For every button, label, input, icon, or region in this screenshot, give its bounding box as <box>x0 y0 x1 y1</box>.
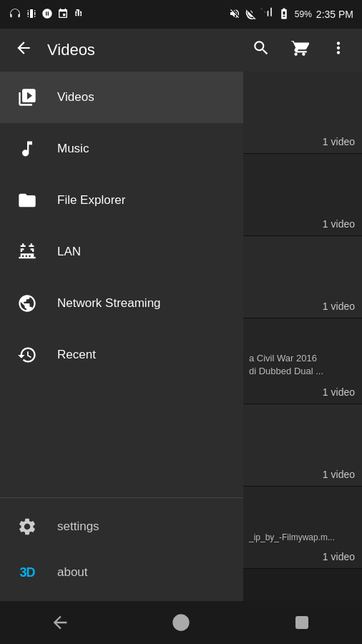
time-display: 2:35 PM <box>316 9 353 20</box>
status-left-icons <box>9 7 84 22</box>
vibrate-icon <box>26 8 37 21</box>
sidebar-item-recent[interactable]: Recent <box>0 329 243 381</box>
sidebar-label-file-explorer: File Explorer <box>57 193 125 208</box>
folder-icon <box>14 187 40 213</box>
sidebar-item-videos[interactable]: Videos <box>0 72 243 123</box>
usb-icon <box>73 8 84 21</box>
video-folder-2[interactable]: 1 video <box>243 154 362 236</box>
video-folder-1[interactable]: 1 video <box>243 72 362 154</box>
top-bar-actions <box>249 36 351 64</box>
mute-icon <box>229 8 240 21</box>
video-folder-6[interactable]: _ip_by_-Filmywap.m... 1 video <box>243 487 362 569</box>
sidebar-item-music[interactable]: Music <box>0 123 243 175</box>
app-icon-1 <box>41 8 53 21</box>
video-count-3: 1 video <box>323 301 355 312</box>
video-folder-5[interactable]: 1 video <box>243 404 362 487</box>
battery-icon <box>278 7 290 21</box>
battery-percent: 59% <box>295 9 312 19</box>
video-count-5: 1 video <box>323 469 355 480</box>
status-right-icons: 59% 2:35 PM <box>229 7 353 22</box>
top-bar: Videos <box>0 29 362 72</box>
search-button[interactable] <box>249 36 273 64</box>
status-bar: 59% 2:35 PM <box>0 0 362 29</box>
settings-label: settings <box>57 519 99 534</box>
music-icon <box>14 136 40 162</box>
sidebar-item-file-explorer[interactable]: File Explorer <box>0 175 243 226</box>
video-folder-3[interactable]: 1 video <box>243 236 362 318</box>
no-data-icon <box>245 8 256 21</box>
main-container: Videos Music File Explorer <box>0 72 362 601</box>
settings-item[interactable]: settings <box>0 504 243 550</box>
nav-back-button[interactable] <box>0 601 121 644</box>
content-area: 1 video 1 video 1 video a Civil War 2016… <box>243 72 362 601</box>
headphones-icon <box>9 7 21 22</box>
signal-icon <box>260 7 273 22</box>
recent-icon <box>14 342 40 368</box>
navigation-drawer: Videos Music File Explorer <box>0 72 243 601</box>
lan-icon <box>14 239 40 265</box>
video-count-2: 1 video <box>323 218 355 230</box>
sidebar-item-lan[interactable]: LAN <box>0 226 243 278</box>
filmywap-text: _ip_by_-Filmywap.m... <box>249 532 335 542</box>
back-button[interactable] <box>11 36 36 64</box>
video-count-1: 1 video <box>323 136 355 147</box>
settings-icon <box>14 514 40 540</box>
nav-home-button[interactable] <box>121 601 242 644</box>
video-icon <box>14 84 40 110</box>
drawer-bottom: settings 3D about <box>0 497 243 601</box>
drawer-nav-items: Videos Music File Explorer <box>0 72 243 497</box>
about-label: about <box>57 565 88 580</box>
video-folder-civil-war[interactable]: a Civil War 2016 di Dubbed Dual ... 1 vi… <box>243 318 362 404</box>
network-streaming-icon <box>14 291 40 316</box>
nav-recents-button[interactable] <box>241 601 362 644</box>
sidebar-label-lan: LAN <box>57 245 81 259</box>
about-item[interactable]: 3D about <box>0 550 243 595</box>
app-icon-2 <box>57 8 69 21</box>
sidebar-label-recent: Recent <box>57 348 96 362</box>
cart-button[interactable] <box>288 36 312 64</box>
video-count-6: 1 video <box>323 551 355 562</box>
more-options-button[interactable] <box>326 36 351 64</box>
page-title: Videos <box>47 41 238 59</box>
bottom-navigation <box>0 601 362 644</box>
svg-rect-1 <box>296 617 308 628</box>
sidebar-label-videos: Videos <box>57 90 94 104</box>
sidebar-item-network-streaming[interactable]: Network Streaming <box>0 278 243 329</box>
sidebar-label-music: Music <box>57 142 89 156</box>
sidebar-label-network-streaming: Network Streaming <box>57 296 161 311</box>
civil-war-title: a Civil War 2016 di Dubbed Dual ... <box>249 352 356 378</box>
svg-point-0 <box>174 615 189 630</box>
about-icon-3d: 3D <box>14 560 40 585</box>
video-count-4: 1 video <box>323 386 355 398</box>
